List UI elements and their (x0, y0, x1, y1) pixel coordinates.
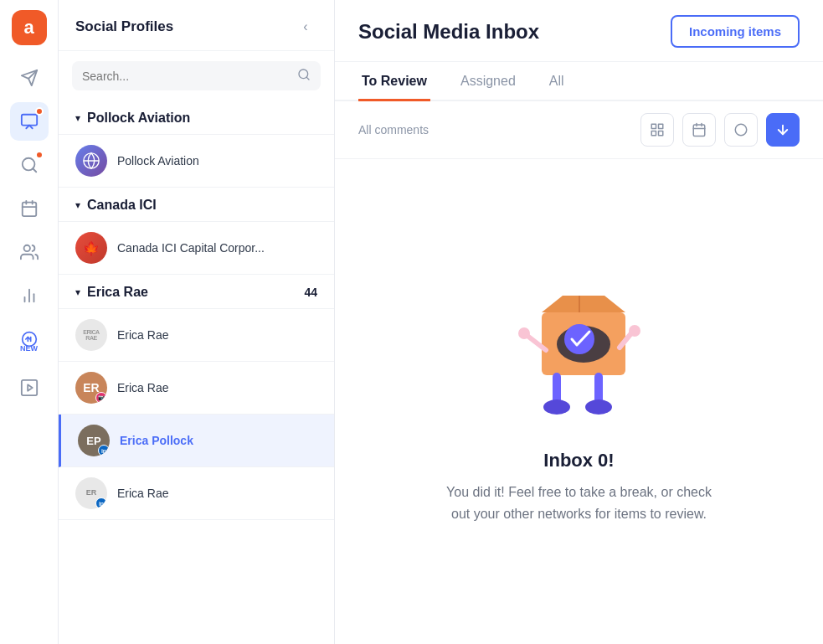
svg-rect-23 (659, 124, 663, 128)
list-item[interactable]: EP in Erica Pollock (59, 415, 334, 467)
inbox-illustration (496, 279, 663, 430)
chevron-icon: ▾ (75, 199, 80, 211)
avatar (75, 145, 107, 177)
svg-rect-24 (659, 131, 663, 136)
profile-name: Erica Rae (117, 487, 168, 500)
svg-rect-5 (22, 203, 36, 216)
nav-team[interactable] (10, 233, 49, 271)
filter-bar: All comments (335, 101, 823, 159)
group-canada-ici[interactable]: ▾ Canada ICI (59, 188, 334, 222)
svg-rect-26 (693, 125, 705, 137)
group-count: 44 (304, 286, 317, 299)
svg-point-43 (585, 399, 612, 415)
svg-point-37 (518, 327, 530, 339)
incoming-items-button[interactable]: Incoming items (671, 15, 800, 48)
svg-rect-16 (21, 380, 36, 395)
group-name: Canada ICI (87, 198, 317, 213)
group-name: Pollock Aviation (87, 111, 317, 126)
tab-bar: To Review Assigned All (335, 62, 823, 101)
profile-name: Erica Pollock (120, 434, 193, 447)
inbox-zero-description: You did it! Feel free to take a break, o… (445, 482, 713, 524)
profile-name: Erica Rae (117, 328, 168, 342)
tab-all[interactable]: All (546, 62, 568, 101)
search-icon (297, 68, 311, 84)
list-item[interactable]: Pollock Aviation (59, 135, 334, 188)
profile-name: Erica Rae (117, 381, 168, 394)
list-item[interactable]: ER in Erica Rae (59, 467, 334, 520)
platform-badge: in (98, 445, 110, 456)
nav-new[interactable]: NEW (10, 320, 49, 363)
tab-assigned[interactable]: Assigned (457, 62, 519, 101)
avatar: ER 📷 (75, 372, 107, 404)
inbox-zero-title: Inbox 0! (543, 450, 614, 471)
nav-search[interactable] (10, 146, 49, 184)
nav-calendar[interactable] (10, 189, 49, 228)
profile-name: Pollock Aviation (117, 154, 199, 167)
nav-inbox[interactable] (10, 102, 49, 141)
group-name: Erica Rae (87, 285, 297, 300)
list-item[interactable]: 🍁 Canada ICI Capital Corpor... (59, 222, 334, 275)
list-item[interactable]: ER 📷 Erica Rae (59, 362, 334, 415)
svg-point-30 (735, 124, 747, 136)
filter-label: All comments (358, 123, 632, 137)
group-erica-rae[interactable]: ▾ Erica Rae 44 (59, 275, 334, 309)
svg-rect-25 (651, 131, 656, 136)
filter-sort-button[interactable] (766, 113, 800, 147)
left-navigation: a NEW (0, 0, 59, 644)
main-content: Social Media Inbox Incoming items To Rev… (335, 0, 823, 644)
chevron-icon: ▾ (75, 112, 80, 124)
search-input[interactable] (82, 70, 291, 83)
sidebar-header: Social Profiles ‹ (59, 0, 334, 51)
svg-line-4 (33, 168, 36, 172)
filter-calendar-button[interactable] (682, 113, 716, 147)
svg-rect-2 (21, 115, 36, 126)
sidebar-title: Social Profiles (75, 18, 173, 35)
svg-rect-22 (651, 124, 656, 128)
search-box[interactable] (72, 61, 321, 90)
collapse-button[interactable]: ‹ (294, 15, 317, 39)
inbox-empty-state: Inbox 0! You did it! Feel free to take a… (335, 159, 823, 644)
nav-analytics[interactable] (10, 276, 49, 315)
svg-marker-17 (28, 384, 33, 390)
avatar: ER in (75, 477, 107, 509)
svg-point-39 (629, 325, 640, 337)
filter-check-button[interactable] (724, 113, 758, 147)
inbox-badge (35, 107, 44, 116)
platform-badge: 📷 (95, 392, 107, 404)
platform-badge: in (95, 497, 107, 509)
avatar: ERICARAE (75, 319, 107, 351)
nav-send[interactable] (10, 59, 49, 97)
app-logo[interactable]: a (12, 10, 47, 45)
new-label: NEW (20, 344, 38, 353)
list-item[interactable]: ERICARAE Erica Rae (59, 309, 334, 362)
svg-point-42 (543, 399, 570, 415)
main-header: Social Media Inbox Incoming items (335, 0, 823, 62)
sidebar: Social Profiles ‹ ▾ Pollock Aviation Pol… (59, 0, 335, 644)
search-badge (35, 151, 44, 159)
svg-line-19 (306, 77, 309, 80)
avatar: 🍁 (75, 232, 107, 264)
tab-to-review[interactable]: To Review (358, 62, 430, 101)
chevron-icon: ▾ (75, 286, 80, 298)
group-pollock-aviation[interactable]: ▾ Pollock Aviation (59, 100, 334, 135)
nav-media[interactable] (10, 368, 49, 407)
svg-point-35 (564, 324, 594, 354)
page-title: Social Media Inbox (358, 20, 539, 44)
profile-name: Canada ICI Capital Corpor... (117, 241, 265, 255)
svg-point-9 (23, 245, 29, 251)
avatar: EP in (78, 425, 110, 456)
filter-layout-button[interactable] (640, 113, 674, 147)
